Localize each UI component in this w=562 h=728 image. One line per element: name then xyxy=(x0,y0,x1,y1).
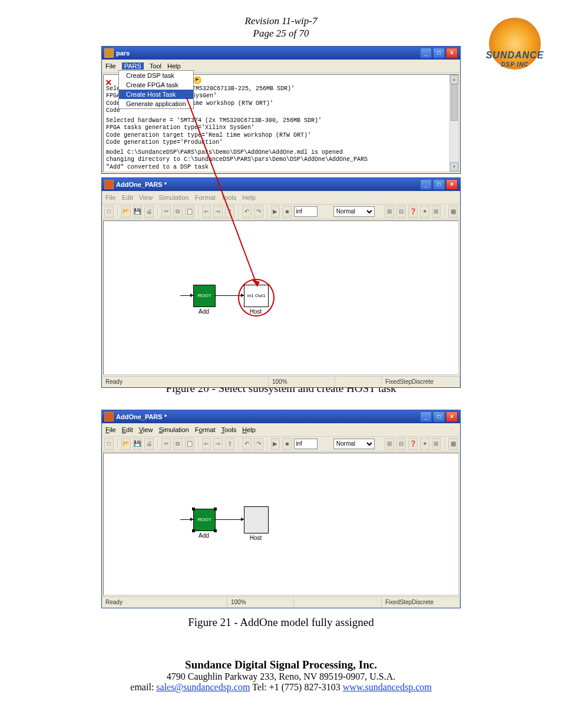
paste-icon[interactable]: 📋 xyxy=(185,206,194,218)
open-icon[interactable]: 📂 xyxy=(121,206,131,218)
block-inout-label: In1 Out1 xyxy=(247,293,266,298)
pars-titlebar[interactable]: pars _ □ × xyxy=(102,47,460,60)
menu-edit[interactable]: Edit xyxy=(122,426,133,433)
block-add[interactable]: ROOT xyxy=(193,285,216,307)
menu-tools[interactable]: Tools xyxy=(222,194,237,201)
block-host-2[interactable] xyxy=(244,506,269,533)
close-button[interactable]: × xyxy=(446,411,458,422)
paste-icon[interactable]: 📋 xyxy=(185,438,194,450)
tb-icon-e[interactable]: ⊞ xyxy=(432,438,441,450)
menu-tools[interactable]: Tools xyxy=(222,426,237,433)
forward-icon[interactable]: ⇒ xyxy=(213,438,223,450)
redo-icon[interactable]: ↷ xyxy=(254,438,263,450)
play-icon[interactable]: ▶ xyxy=(271,438,280,450)
stop-icon[interactable]: ■ xyxy=(282,438,292,450)
addone-menubar: File Edit View Simulation Format Tools H… xyxy=(102,191,460,205)
dropdown-generate[interactable]: Generate application xyxy=(119,99,193,108)
redo-icon[interactable]: ↷ xyxy=(254,206,263,218)
addone-canvas-2[interactable]: ROOT Add Host xyxy=(103,453,459,595)
block-host[interactable]: In1 Out1 xyxy=(244,285,269,307)
dropdown-create-dsp[interactable]: Create DSP task xyxy=(119,71,193,80)
addone-menubar-2: File Edit View Simulation Format Tools H… xyxy=(102,423,460,437)
scroll-down-icon[interactable]: ▾ xyxy=(450,162,458,172)
mode-select[interactable]: Normal xyxy=(333,439,375,449)
footer-url-link[interactable]: www.sundancedsp.com xyxy=(343,682,432,692)
tb-icon-c[interactable]: ❓ xyxy=(408,206,418,218)
minimize-button[interactable]: _ xyxy=(420,48,432,58)
stop-icon[interactable]: ■ xyxy=(282,206,292,218)
back-icon[interactable]: ⇐ xyxy=(202,438,211,450)
block-host-label: Host xyxy=(244,308,267,315)
tb-icon-b[interactable]: ⊟ xyxy=(396,206,406,218)
undo-icon[interactable]: ↶ xyxy=(242,438,252,450)
tb-icon-d[interactable]: ✦ xyxy=(420,438,429,450)
minimize-button[interactable]: _ xyxy=(420,411,432,422)
menu-tool[interactable]: Tool xyxy=(150,62,161,70)
pars-scrollbar[interactable]: ▴ ▾ xyxy=(449,75,458,172)
stop-time-input[interactable] xyxy=(294,206,318,217)
menu-simulation[interactable]: Simulation xyxy=(158,194,189,201)
forward-icon[interactable]: ⇒ xyxy=(213,206,223,218)
save-icon[interactable]: 💾 xyxy=(133,438,143,450)
figure21-caption: Figure 21 - AddOne model fully assigned xyxy=(0,616,562,629)
print-icon[interactable]: 🖨 xyxy=(144,206,154,218)
menu-file[interactable]: File xyxy=(105,62,116,70)
menu-file[interactable]: File xyxy=(105,426,116,433)
tb-icon-d[interactable]: ✦ xyxy=(420,206,429,218)
tb-icon-a[interactable]: ⊞ xyxy=(385,206,394,218)
close-button[interactable]: × xyxy=(446,48,458,58)
dropdown-create-host[interactable]: Create Host Task xyxy=(119,90,193,99)
tb-icon-f[interactable]: ▦ xyxy=(448,438,458,450)
menu-view[interactable]: View xyxy=(139,194,153,201)
addone-canvas[interactable]: ROOT Add In1 Out1 Host xyxy=(103,220,459,375)
addone-titlebar-2[interactable]: AddOne_PARS * _ □ × xyxy=(102,410,460,423)
menu-edit[interactable]: Edit xyxy=(122,194,133,201)
addone-window-fig21: AddOne_PARS * _ □ × File Edit View Simul… xyxy=(101,410,461,608)
up-icon[interactable]: ⇧ xyxy=(225,206,234,218)
play-icon[interactable]: ▶ xyxy=(193,76,201,84)
menu-pars[interactable]: PARS xyxy=(122,62,144,70)
page-line: Page 25 of 70 xyxy=(0,27,562,39)
new-icon[interactable]: □ xyxy=(104,206,114,218)
scroll-up-icon[interactable]: ▴ xyxy=(450,75,458,84)
close-button[interactable]: × xyxy=(446,179,458,190)
up-icon[interactable]: ⇧ xyxy=(225,438,234,450)
menu-help[interactable]: Help xyxy=(167,62,181,70)
play-icon[interactable]: ▶ xyxy=(271,206,280,218)
menu-help[interactable]: Help xyxy=(242,426,256,433)
menu-help[interactable]: Help xyxy=(242,194,256,201)
log-m1: model C:\SundanceDSP\PARS\pars\Demo\DSP\… xyxy=(106,149,368,157)
undo-icon[interactable]: ↶ xyxy=(242,206,252,218)
copy-icon[interactable]: ⧉ xyxy=(173,206,183,218)
mode-select[interactable]: Normal xyxy=(333,206,375,217)
open-icon[interactable]: 📂 xyxy=(121,438,131,450)
addone-titlebar[interactable]: AddOne_PARS * _ □ × xyxy=(102,178,460,191)
menu-view[interactable]: View xyxy=(139,426,153,433)
tb-icon-e[interactable]: ⊞ xyxy=(432,206,441,218)
menu-format[interactable]: Format xyxy=(195,426,216,433)
save-icon[interactable]: 💾 xyxy=(133,206,143,218)
new-icon[interactable]: □ xyxy=(104,438,114,450)
maximize-button[interactable]: □ xyxy=(433,48,445,58)
block-add-selected[interactable]: ROOT xyxy=(193,509,216,531)
footer-email-link[interactable]: sales@sundancedsp.com xyxy=(156,682,250,692)
print-icon[interactable]: 🖨 xyxy=(144,438,154,450)
minimize-button[interactable]: _ xyxy=(420,179,432,190)
cut-icon[interactable]: ✂ xyxy=(161,438,171,450)
stop-time-input[interactable] xyxy=(294,439,318,449)
footer-email-label: email: xyxy=(130,682,156,692)
menu-format[interactable]: Format xyxy=(195,194,216,201)
tb-icon-c[interactable]: ❓ xyxy=(408,438,418,450)
copy-icon[interactable]: ⧉ xyxy=(173,438,183,450)
status-zoom: 100% xyxy=(227,597,294,608)
maximize-button[interactable]: □ xyxy=(433,179,445,190)
menu-simulation[interactable]: Simulation xyxy=(158,426,189,433)
maximize-button[interactable]: □ xyxy=(433,411,445,422)
tb-icon-a[interactable]: ⊞ xyxy=(385,438,394,450)
cut-icon[interactable]: ✂ xyxy=(161,206,171,218)
dropdown-create-fpga[interactable]: Create FPGA task xyxy=(119,80,193,90)
tb-icon-f[interactable]: ▦ xyxy=(448,206,458,218)
menu-file[interactable]: File xyxy=(105,194,116,201)
tb-icon-b[interactable]: ⊟ xyxy=(396,438,406,450)
back-icon[interactable]: ⇐ xyxy=(202,206,211,218)
